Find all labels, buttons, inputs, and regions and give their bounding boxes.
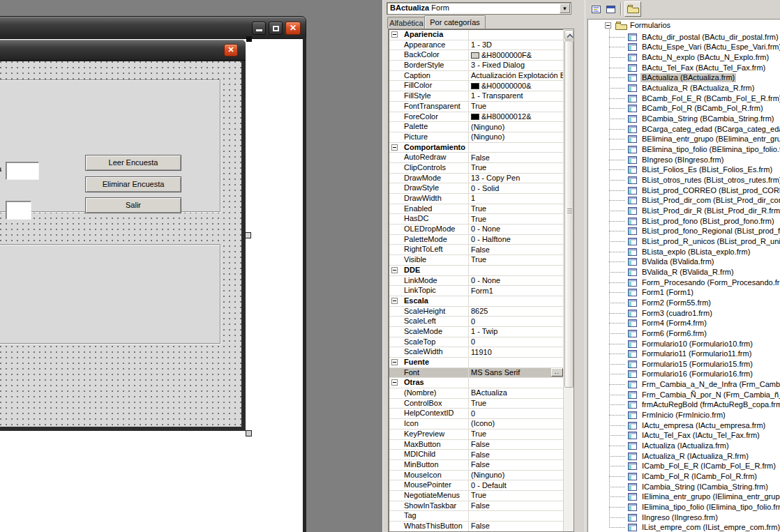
property-value[interactable]: False bbox=[469, 245, 564, 254]
property-row[interactable]: AutoRedrawFalse bbox=[389, 153, 564, 163]
scroll-up-icon[interactable] bbox=[564, 30, 573, 40]
tree-item[interactable]: frmActuRegBold (frmActuRegB_copa.frm) bbox=[588, 400, 780, 410]
tree-item[interactable]: Form1 (Form1) bbox=[588, 287, 780, 298]
property-value[interactable]: False bbox=[469, 522, 564, 531]
tree-item-label[interactable]: BCambia_String (BCambia_String.frm) bbox=[640, 114, 776, 123]
property-value[interactable]: True bbox=[469, 399, 564, 409]
property-row[interactable]: ControlBoxTrue bbox=[389, 399, 564, 409]
tree-item[interactable]: BActualiza (BActualiza.frm) bbox=[588, 73, 780, 83]
property-category-row[interactable]: DDE bbox=[389, 266, 564, 276]
tree-item[interactable]: BCamb_Fol_R (BCamb_Fol_R.frm) bbox=[588, 103, 780, 114]
property-row[interactable]: PaletteMode0 - Halftone bbox=[389, 235, 564, 245]
property-value[interactable]: True bbox=[469, 491, 564, 501]
tree-item[interactable]: BList_prod_fono (BList_prod_fono.frm) bbox=[588, 216, 780, 227]
property-value[interactable]: (Icono) bbox=[469, 419, 564, 429]
tree-item[interactable]: IActu_Tel_Fax (IActu_Tel_Fax.frm) bbox=[588, 430, 780, 441]
property-value[interactable]: True bbox=[469, 163, 564, 173]
property-row[interactable]: DrawWidth1 bbox=[389, 194, 564, 204]
tree-item[interactable]: Form2 (Form55.frm) bbox=[588, 298, 780, 308]
property-value[interactable]: False bbox=[469, 450, 564, 459]
tree-item-label[interactable]: IElimina_tipo_folio (IElimina_tipo_folio… bbox=[640, 503, 780, 512]
property-value[interactable] bbox=[469, 378, 564, 388]
property-value[interactable]: False bbox=[469, 440, 564, 450]
tree-item[interactable]: Formulario15 (Formulario15.frm) bbox=[588, 359, 780, 370]
tree-item-label[interactable]: Form6 (Form6.frm) bbox=[640, 329, 708, 338]
tree-item[interactable]: Form4 (Form4.frm) bbox=[588, 318, 780, 328]
tree-item[interactable]: BList_Folios_Es (BList_Folios_Es.frm) bbox=[588, 165, 780, 175]
minimize-icon[interactable] bbox=[252, 22, 266, 35]
resize-handle-middle[interactable] bbox=[245, 232, 251, 238]
property-value[interactable]: True bbox=[469, 255, 564, 265]
close-icon[interactable]: ✕ bbox=[224, 44, 238, 56]
property-value[interactable]: &H8000000F& bbox=[469, 50, 564, 60]
property-value[interactable]: 0 - Solid bbox=[469, 183, 564, 193]
property-category-row[interactable]: Fuente bbox=[389, 358, 564, 368]
tree-item[interactable]: BCamb_Fol_E_R (BCamb_Fol_E_R.frm) bbox=[588, 93, 780, 104]
tree-item-label[interactable]: Form_Procesando (Form_Procesando.frm) bbox=[640, 278, 780, 287]
tree-item[interactable]: BElimina_tipo_folio (BElimina_tipo_folio… bbox=[588, 144, 780, 155]
property-row[interactable]: LinkTopicForm1 bbox=[389, 286, 564, 296]
property-row[interactable]: MDIChildFalse bbox=[389, 450, 564, 460]
property-value[interactable]: 1 bbox=[469, 194, 564, 204]
tree-item[interactable]: IList_empre_com (IList_empre_com.frm) bbox=[588, 522, 780, 532]
tree-item[interactable]: ICamb_Fol_R (ICamb_Fol_R.frm) bbox=[588, 471, 780, 482]
tree-item-label[interactable]: Form4 (Form4.frm) bbox=[640, 319, 708, 328]
property-value[interactable]: 0 - None bbox=[469, 225, 564, 234]
property-row[interactable]: HelpContextID0 bbox=[389, 409, 564, 419]
resize-handle-top[interactable] bbox=[246, 36, 252, 42]
tree-item[interactable]: BActu_N_explo (BActu_N_Explo.frm) bbox=[588, 52, 780, 63]
property-row[interactable]: Icon(Icono) bbox=[389, 419, 564, 430]
tree-item[interactable]: BCarga_categ_edad (BCarga_categ_edad.frm… bbox=[588, 124, 780, 135]
tree-item-label[interactable]: BActu_Espe_Vari (BActu_Espe_Vari.frm) bbox=[640, 43, 780, 52]
tree-item[interactable]: ICamb_Fol_E_R (ICamb_Fol_E_R.frm) bbox=[588, 461, 780, 471]
property-row[interactable]: DrawMode13 - Copy Pen bbox=[389, 174, 564, 184]
property-value[interactable] bbox=[469, 296, 564, 306]
property-value[interactable] bbox=[469, 143, 564, 153]
property-value[interactable] bbox=[469, 511, 564, 521]
tree-item[interactable]: BList_prod_fono_Regional (BList_prod_fon… bbox=[588, 226, 780, 236]
property-value[interactable]: BActualiza bbox=[469, 388, 564, 398]
property-row[interactable]: VisibleTrue bbox=[389, 255, 564, 266]
tree-item[interactable]: BElimina_entr_grupo (BElimina_entr_grupo… bbox=[588, 134, 780, 144]
tree-item[interactable]: Form6 (Form6.frm) bbox=[588, 328, 780, 339]
tree-item-label[interactable]: Frm_Cambia_a_N_de_Infra (Frm_Cambia_a_N_… bbox=[640, 380, 780, 389]
tree-item[interactable]: Frm_Cambia_a_N_de_Infra (Frm_Cambia_a_N_… bbox=[588, 379, 780, 390]
close-icon[interactable]: ✕ bbox=[285, 22, 301, 35]
collapse-minus-icon[interactable] bbox=[391, 144, 398, 151]
tree-item[interactable]: IElimina_entr_grupo (IElimina_entr_grupo… bbox=[588, 492, 780, 502]
object-selector-combo[interactable]: BActualiza Form ▼ bbox=[387, 2, 571, 15]
property-row[interactable]: RightToLeftFalse bbox=[389, 245, 564, 255]
property-value[interactable]: 11910 bbox=[469, 347, 564, 357]
property-grid-scrollbar[interactable] bbox=[563, 29, 573, 531]
ellipsis-icon[interactable]: .. bbox=[551, 368, 563, 377]
property-value[interactable]: Actualización Explotación Bási bbox=[469, 71, 564, 81]
tree-item-label[interactable]: IActualiza (IActualiza.frm) bbox=[640, 441, 730, 450]
property-row[interactable]: ForeColor&H80000012& bbox=[389, 112, 564, 123]
property-value[interactable]: 1 - Transparent bbox=[469, 91, 564, 101]
tree-item-label[interactable]: Form1 (Form1) bbox=[640, 288, 695, 297]
tree-item-label[interactable]: BElimina_tipo_folio (BElimina_tipo_folio… bbox=[640, 145, 780, 154]
property-value[interactable] bbox=[469, 358, 564, 367]
tree-item-label[interactable]: BList_Folios_Es (BList_Folios_Es.frm) bbox=[640, 165, 774, 174]
property-row[interactable]: Palette(Ninguno) bbox=[389, 122, 564, 132]
leer-encuesta-button[interactable]: Leer Encuesta bbox=[85, 155, 181, 171]
property-value[interactable]: 0 bbox=[469, 337, 564, 347]
property-value[interactable]: 1 - 3D bbox=[469, 40, 564, 50]
tree-item-label[interactable]: BElimina_entr_grupo (BElimina_entr_grupo… bbox=[640, 135, 780, 144]
property-row[interactable]: FillColor&H00000000& bbox=[389, 81, 564, 91]
tree-item-label[interactable]: BIngreso (BIngreso.frm) bbox=[640, 155, 725, 165]
collapse-minus-icon[interactable] bbox=[391, 31, 398, 38]
tree-item-label[interactable]: Frm_Cambia_Ñ_por_N (Frm_Cambia_ñ_por_N.f… bbox=[640, 390, 780, 400]
tree-item-label[interactable]: BList_otros_rutes (BList_otros_rutes.frm… bbox=[640, 176, 780, 185]
property-row[interactable]: BackColor&H8000000F& bbox=[389, 50, 564, 61]
property-value[interactable]: MS Sans Serif.. bbox=[469, 368, 564, 378]
property-row[interactable]: BorderStyle3 - Fixed Dialog bbox=[389, 61, 564, 71]
resize-handle-bottom[interactable] bbox=[246, 430, 252, 436]
tree-item[interactable]: Formulario16 (Formulario16.frm) bbox=[588, 369, 780, 379]
tree-item-label[interactable]: ICamb_Fol_R (ICamb_Fol_R.frm) bbox=[640, 472, 758, 481]
tree-item-label[interactable]: BActu_dir_postal (BActu_dir_postal.frm) bbox=[640, 33, 780, 42]
tree-item-label[interactable]: BList_Prod_dir_R (BList_Prod_dir_R.frm) bbox=[640, 206, 780, 215]
property-row[interactable]: DrawStyle0 - Solid bbox=[389, 183, 564, 194]
tree-item[interactable]: Frm_Cambia_Ñ_por_N (Frm_Cambia_ñ_por_N.f… bbox=[588, 390, 780, 400]
tree-item-label[interactable]: ICamb_Fol_E_R (ICamb_Fol_E_R.frm) bbox=[640, 462, 777, 471]
